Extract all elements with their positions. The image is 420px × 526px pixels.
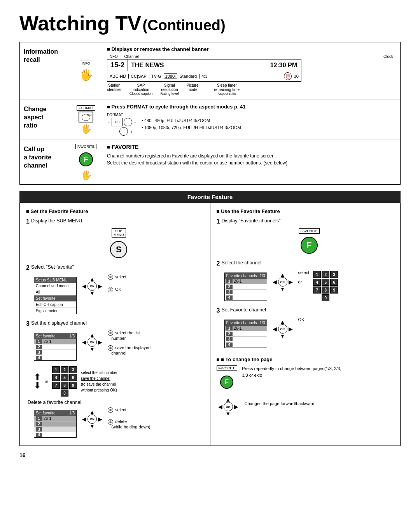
sub-menu-display: SUBMENU S [34,228,204,260]
change-aspect-row: Change aspect ratio FORMAT 4:3 🖐 ■ Press… [20,100,400,140]
set-fav-channel-area: Favorite channels1/3 126-1 2 3 4 [224,317,394,350]
dpad-use-step2: ▲ ▼ ◀ ▶ OK [273,272,293,292]
change-aspect-content: ■ Press FORMAT to cycle through the aspe… [102,100,400,140]
call-up-icon: FAVORITE F 🖐 [70,140,102,184]
sub-menu-s-button: S [110,241,127,258]
information-recall-label: Information recall [20,42,70,100]
delete-fav-label: Delete a favorite channel [28,400,204,405]
favorite-feature-columns: Set the Favorite Feature 1 Display the S… [19,203,401,446]
favorite-f-button: F [79,152,93,166]
sub-menu-list: Setup SUB MENU Channel surf mode All Set… [34,277,77,314]
change-aspect-icon: FORMAT 4:3 🖐 [70,100,102,140]
numpad-annotation: select the list number save the channel … [81,370,118,393]
change-page-sub-text: Changes the page forward/backward [245,400,315,407]
set-favorite-menu-area: Setup SUB MENU Channel surf mode All Set… [34,274,204,316]
use-step1: 1 Display "Favorite channels" [217,218,394,225]
favorite-channels-table: Favorite channels1/3 126-1 2 3 4 [224,273,267,301]
use-fav-f-button: F [301,237,318,254]
set-channel-area: Set favorite1/3 126-1 2 3 4 [34,330,204,363]
change-page-text: Press repeatedly to change between pages… [242,365,343,378]
call-up-content: ■ FAVORITE Channel numbers registered in… [102,140,400,184]
set-step2: 2 Select "Set favorite" [26,264,204,271]
favorite-tag: FAVORITE [75,144,96,149]
information-recall-icon: INFO 🖐 [70,42,102,100]
information-recall-content: Displays or removes the channel banner I… [102,42,400,100]
favorite-f-display: FAVORITE F [224,228,394,256]
time-display: 12:30 PM [266,60,301,70]
dpad-delete: ▲ ▼ ◀ ▶ OK [82,409,102,429]
dpad-change-page: ▲ ▼ ◀ ▶ OK [218,397,238,417]
change-page-fav-button: F [220,376,233,389]
information-recall-row: Information recall INFO 🖐 Displays or re… [20,42,400,100]
hand-icon: 🖐 [79,68,93,81]
favorite-description: Channel numbers registered in Favorite a… [107,152,395,166]
set-favorite-col: Set the Favorite Feature 1 Display the S… [20,203,210,446]
numpad: 1 2 3 4 5 6 7 8 9 0 [52,366,77,397]
channel-banner: 15-2 THE NEWS 12:30 PM ABC-HD CC|SAP TV-… [107,59,301,82]
delete-fav-area: Set favorite1/3 126-1 2 3 4 [34,407,204,440]
set-fav-channels-table: Favorite channels1/3 126-1 2 3 4 [224,320,267,348]
delete-favorite-table: Set favorite1/3 126-1 2 3 4 [34,410,77,438]
page-number: 16 [19,452,401,458]
use-channel-area: Favorite channels1/3 126-1 2 3 4 [224,270,394,303]
set-step1: 1 Display the SUB MENU. [26,218,204,225]
channel-banner-header: Displays or removes the channel banner [107,46,395,52]
channel-sub-row: ABC-HD CC|SAP TV-G 1080i Standard 4:3 ⏰ … [107,71,301,81]
channel-number: 15-2 [107,59,128,71]
station-name: THE NEWS [128,60,266,70]
dpad-step2: ▲ ▼ ◀ ▶ OK [82,276,102,296]
call-up-favorite-row: Call up a favorite channel FAVORITE F 🖐 … [20,140,400,184]
set-favorite-header: Set the Favorite Feature [26,208,204,214]
use-step3: 3 Set Favorite channel [217,307,394,314]
hand-icon-2: 🖐 [81,124,91,134]
to-change-page-section: ■ ■ To change the page FAVORITE F Press … [217,356,394,418]
aspect-ratio-icon: 4:3 [79,112,93,122]
info-label: INFO Channel [108,54,139,59]
banner-labels: Stationidentifier SAPindicationClosed ca… [107,83,395,96]
use-favorite-col: Use the Favorite Feature 1 Display "Favo… [210,203,401,446]
clock-label: Clock [383,54,393,59]
favorite-content-header: ■ FAVORITE [107,144,395,150]
set-favorite-table: Set favorite1/3 126-1 2 3 4 [34,333,77,361]
format-tag: FORMAT [77,105,95,111]
call-up-label: Call up a favorite channel [20,140,70,184]
or-numpad-area: ⬆ ⬇ or 1 2 3 4 5 6 7 [34,366,204,397]
to-change-page-header: ■ ■ To change the page [217,356,394,362]
favorite-feature-header: Favorite Feature [19,191,401,203]
format-header: ■ Press FORMAT to cycle through the aspe… [107,104,395,110]
favorite-feature-section: Favorite Feature Set the Favorite Featur… [19,191,401,446]
page-title: Watching TV (Continued) [19,12,401,35]
hand-icon-3: 🖐 [81,170,91,180]
use-numpad: 1 2 3 4 5 6 7 8 9 0 [313,271,338,301]
aspect-diagrams: FORMAT ← 4:3 → 3 • 480i, 480p: FULL/JUST… [107,113,395,136]
updown-arrows: ⬆ ⬇ [34,373,41,390]
main-content-box: Information recall INFO 🖐 Displays or re… [19,42,401,185]
set-step3: 3 Set the displayed channel [26,320,204,327]
dpad-step3: ▲ ▼ ◀ ▶ OK [82,332,102,352]
use-favorite-header: Use the Favorite Feature [217,208,394,214]
dpad-use-step3: ▲ ▼ ◀ ▶ OK [273,319,293,339]
use-step2: 2 Select the channel [217,260,394,267]
info-tag: INFO [80,61,92,66]
change-aspect-label: Change aspect ratio [20,100,70,140]
